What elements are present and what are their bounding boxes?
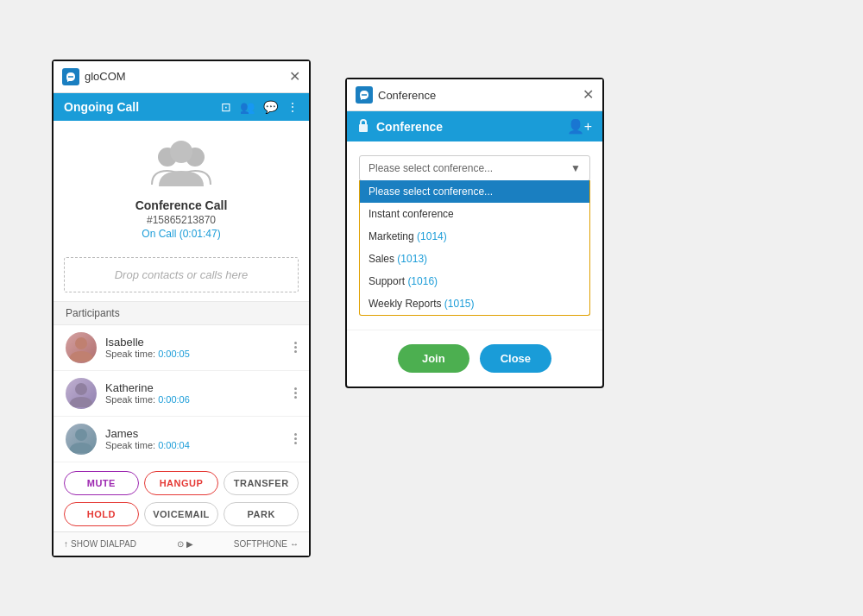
- svg-point-0: [68, 76, 70, 78]
- image-icon[interactable]: ⊡: [221, 100, 231, 114]
- add-person-icon[interactable]: 👤+: [567, 118, 592, 135]
- participant-speak-time: Speak time: 0:00:06: [105, 394, 294, 405]
- avatar: [66, 332, 97, 363]
- participant-context-menu-icon[interactable]: [294, 342, 297, 353]
- softphone-arrow-icon: ↔: [290, 539, 299, 549]
- record-controls: ⊙ ▶: [177, 539, 193, 549]
- participant-info: James Speak time: 0:00:04: [105, 427, 294, 450]
- dropdown-item[interactable]: Sales (1013): [360, 248, 589, 270]
- dropdown-item[interactable]: Instant conference: [360, 203, 589, 225]
- button-row-1: MUTE HANGUP TRANSFER: [64, 471, 299, 495]
- participant-item: James Speak time: 0:00:04: [54, 417, 309, 462]
- svg-point-11: [365, 94, 367, 96]
- call-timer: (0:01:47): [180, 228, 221, 240]
- call-window: gloCOM ✕ Ongoing Call ⊡ 👥 💬 ⋮: [52, 60, 311, 557]
- dropdown-item[interactable]: Please select conference...: [360, 180, 589, 203]
- conference-title-bar: Conference ✕: [347, 79, 602, 111]
- conf-app-title: Conference: [378, 89, 436, 102]
- participant-name: Katherine: [105, 381, 294, 394]
- call-number: #15865213870: [147, 214, 216, 226]
- join-button[interactable]: Join: [398, 344, 469, 373]
- conference-dialog-close-button[interactable]: ✕: [583, 88, 594, 102]
- ongoing-label: Ongoing Call: [64, 100, 139, 114]
- call-info: Conference Call #15865213870 On Call (0:…: [54, 121, 309, 248]
- show-dialpad-label: SHOW DIALPAD: [71, 539, 136, 549]
- softphone-button[interactable]: SOFTPHONE ↔: [234, 539, 299, 549]
- participant-item: Isabelle Speak time: 0:00:05: [54, 325, 309, 371]
- participant-info: Katherine Speak time: 0:00:06: [105, 381, 294, 405]
- conf-header-left: Conference: [357, 118, 443, 135]
- transfer-button[interactable]: TRANSFER: [224, 471, 299, 495]
- select-display-text: Please select conference...: [369, 162, 570, 174]
- record-icon[interactable]: ⊙: [177, 539, 184, 549]
- conference-header-bar: Conference 👤+: [347, 111, 602, 141]
- participant-speak-time: Speak time: 0:00:04: [105, 440, 294, 450]
- conference-avatar-group: [150, 138, 212, 192]
- participant-item: Katherine Speak time: 0:00:06: [54, 371, 309, 417]
- conf-app-logo: [356, 86, 373, 104]
- participants-header: Participants: [54, 301, 309, 325]
- conference-dropdown-list: Please select conference... Instant conf…: [359, 180, 590, 316]
- call-buttons: MUTE HANGUP TRANSFER HOLD VOICEMAIL PARK: [54, 462, 309, 531]
- svg-point-10: [363, 94, 365, 96]
- svg-point-1: [70, 76, 72, 78]
- avatar: [66, 378, 97, 409]
- hold-button[interactable]: HOLD: [64, 502, 139, 526]
- dropdown-item[interactable]: Weekly Reports (1015): [360, 292, 589, 315]
- park-button[interactable]: PARK: [224, 502, 299, 526]
- drop-zone[interactable]: Drop contacts or calls here: [64, 257, 299, 292]
- svg-point-9: [362, 94, 363, 96]
- softphone-label: SOFTPHONE: [234, 539, 287, 549]
- participant-speak-time: Speak time: 0:00:05: [105, 349, 294, 359]
- more-options-icon[interactable]: ⋮: [287, 100, 299, 114]
- call-type-label: Conference Call: [135, 198, 228, 212]
- participant-context-menu-icon[interactable]: [294, 387, 297, 399]
- call-title-bar: gloCOM ✕: [54, 61, 309, 93]
- add-participant-icon[interactable]: 👥: [240, 100, 255, 114]
- dialpad-arrow-icon: ↑: [64, 539, 68, 549]
- svg-point-8: [75, 429, 87, 441]
- lock-icon: [357, 118, 369, 135]
- svg-point-7: [75, 383, 87, 395]
- bottom-bar: ↑ SHOW DIALPAD ⊙ ▶ SOFTPHONE ↔: [54, 531, 309, 556]
- dropdown-item[interactable]: Support (1016): [360, 270, 589, 292]
- svg-point-6: [75, 337, 87, 349]
- svg-point-2: [72, 76, 73, 78]
- play-icon[interactable]: ▶: [186, 539, 193, 549]
- conference-body: Please select conference... ▼ Please sel…: [347, 141, 602, 330]
- mute-button[interactable]: MUTE: [64, 471, 139, 495]
- participant-name: Isabelle: [105, 336, 294, 349]
- ongoing-icons: ⊡ 👥 💬 ⋮: [221, 100, 299, 114]
- app-logo: [62, 68, 79, 85]
- show-dialpad-button[interactable]: ↑ SHOW DIALPAD: [64, 539, 136, 549]
- app-title: gloCOM: [85, 70, 126, 83]
- title-bar-left: gloCOM: [62, 68, 126, 85]
- chat-icon[interactable]: 💬: [263, 100, 278, 114]
- conference-header-label: Conference: [376, 120, 443, 134]
- participant-name: James: [105, 427, 294, 440]
- hangup-button[interactable]: HANGUP: [144, 471, 219, 495]
- conference-select-display[interactable]: Please select conference... ▼: [359, 155, 590, 181]
- conference-actions: Join Close: [347, 330, 602, 387]
- close-conference-button[interactable]: Close: [480, 344, 551, 373]
- button-row-2: HOLD VOICEMAIL PARK: [64, 502, 299, 526]
- svg-point-5: [170, 141, 192, 163]
- conference-dialog: Conference ✕ Conference 👤+ Please select…: [345, 78, 604, 388]
- voicemail-button[interactable]: VOICEMAIL: [144, 502, 219, 526]
- ongoing-bar: Ongoing Call ⊡ 👥 💬 ⋮: [54, 93, 309, 121]
- participant-context-menu-icon[interactable]: [294, 433, 297, 444]
- conf-title-bar-left: Conference: [356, 86, 436, 104]
- call-status: On Call (0:01:47): [142, 228, 220, 240]
- chevron-down-icon: ▼: [570, 162, 581, 174]
- svg-rect-12: [359, 124, 368, 132]
- conference-select-wrapper: Please select conference... ▼ Please sel…: [359, 155, 590, 316]
- avatar: [66, 424, 97, 455]
- call-window-close-button[interactable]: ✕: [289, 70, 300, 84]
- participant-info: Isabelle Speak time: 0:00:05: [105, 336, 294, 359]
- dropdown-item[interactable]: Marketing (1014): [360, 225, 589, 248]
